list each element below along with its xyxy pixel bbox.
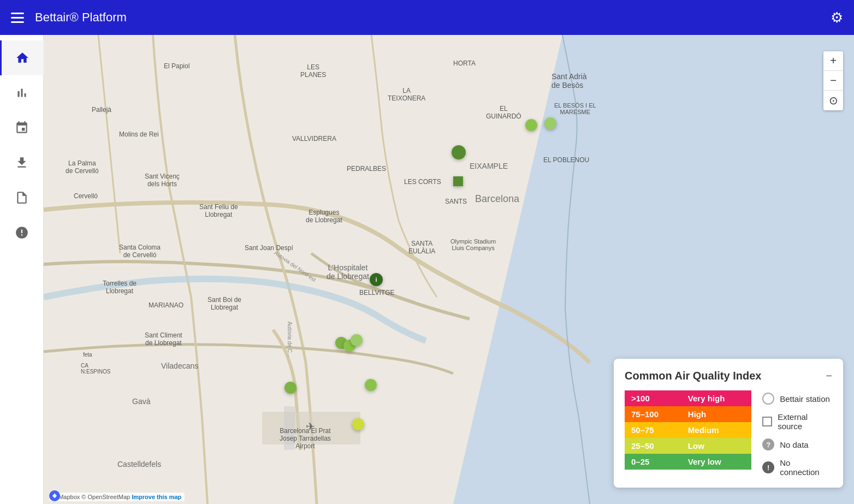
sensor-dot-8[interactable] bbox=[351, 334, 363, 346]
legend-range-high: 75–100 bbox=[625, 406, 681, 422]
no-data-icon: ? bbox=[762, 438, 774, 450]
improve-link[interactable]: Improve this map bbox=[132, 494, 181, 500]
external-square-icon bbox=[762, 417, 772, 426]
legend-label-low: Low bbox=[681, 438, 751, 454]
legend-no-data: ? No data bbox=[762, 438, 832, 450]
sensor-dot-5[interactable]: i bbox=[370, 273, 383, 286]
legend-range-very-low: 0–25 bbox=[625, 454, 681, 470]
legend-label-very-high: Very high bbox=[681, 390, 751, 406]
sidebar-item-compare[interactable] bbox=[0, 110, 44, 145]
bettair-circle-icon bbox=[762, 393, 774, 405]
legend-title: Common Air Quality Index bbox=[625, 370, 761, 382]
zoom-out-button[interactable]: − bbox=[823, 71, 843, 91]
bettair-station-label: Bettair station bbox=[780, 394, 830, 404]
legend-label-medium: Medium bbox=[681, 422, 751, 438]
airport-icon: ✈ bbox=[306, 420, 315, 433]
legend-label-high: High bbox=[681, 406, 751, 422]
external-source-label: External source bbox=[778, 412, 832, 431]
legend-table: >100 Very high 75–100 High 50–75 Medium … bbox=[625, 390, 751, 470]
legend-header: Common Air Quality Index − bbox=[625, 370, 832, 382]
map-controls: + − ⊙ bbox=[823, 51, 843, 110]
sensor-dot-11[interactable] bbox=[352, 418, 364, 430]
legend-range-medium: 50–75 bbox=[625, 422, 681, 438]
legend-range-very-high: >100 bbox=[625, 390, 681, 406]
osm-credit: © OpenStreetMap bbox=[81, 494, 130, 500]
legend-external-source: External source bbox=[762, 412, 832, 431]
header-left: Bettair® Platform bbox=[11, 10, 127, 25]
legend-range-low: 25–50 bbox=[625, 438, 681, 454]
sensor-dot-1[interactable] bbox=[525, 119, 537, 131]
mapbox-logo-icon bbox=[49, 490, 60, 501]
sensor-dot-10[interactable] bbox=[365, 379, 377, 391]
menu-icon[interactable] bbox=[11, 13, 24, 23]
no-data-label: No data bbox=[780, 440, 809, 449]
map-attribution: © Mapbox © OpenStreetMap Improve this ma… bbox=[49, 493, 185, 501]
legend-panel: Common Air Quality Index − >100 Very hig… bbox=[614, 359, 843, 488]
zoom-in-button[interactable]: + bbox=[823, 51, 843, 71]
sidebar bbox=[0, 35, 44, 504]
legend-row-very-low: 0–25 Very low bbox=[625, 454, 751, 470]
legend-row-low: 25–50 Low bbox=[625, 438, 751, 454]
no-connection-label: No connection bbox=[780, 458, 832, 477]
sidebar-item-home[interactable] bbox=[0, 40, 44, 75]
no-connection-icon: ! bbox=[762, 461, 774, 473]
svg-rect-4 bbox=[284, 406, 295, 450]
legend-row-medium: 50–75 Medium bbox=[625, 422, 751, 438]
legend-row-high: 75–100 High bbox=[625, 406, 751, 422]
sidebar-item-chart[interactable] bbox=[0, 75, 44, 110]
sensor-dot-9[interactable] bbox=[284, 382, 296, 394]
legend-minimize-button[interactable]: − bbox=[826, 370, 832, 382]
legend-icons: Bettair station External source ? No dat… bbox=[762, 390, 832, 477]
app-header: Bettair® Platform ⚙ bbox=[0, 0, 854, 35]
legend-row-very-high: >100 Very high bbox=[625, 390, 751, 406]
legend-bettair-station: Bettair station bbox=[762, 393, 832, 405]
sidebar-item-alert[interactable] bbox=[0, 215, 44, 250]
sensor-dot-2[interactable] bbox=[544, 117, 556, 129]
sensor-dot-3[interactable] bbox=[452, 145, 466, 159]
legend-no-connection: ! No connection bbox=[762, 458, 832, 477]
legend-label-very-low: Very low bbox=[681, 454, 751, 470]
reset-north-button[interactable]: ⊙ bbox=[823, 91, 843, 110]
sidebar-item-download[interactable] bbox=[0, 145, 44, 180]
sidebar-item-report[interactable] bbox=[0, 180, 44, 215]
mapbox-logo-area bbox=[49, 490, 60, 501]
sensor-square-4[interactable] bbox=[453, 176, 463, 186]
gear-icon[interactable]: ⚙ bbox=[831, 9, 843, 26]
map-container[interactable]: El Papiol LESPLANES HORTA Sant Adriàde B… bbox=[44, 35, 854, 504]
app-title: Bettair® Platform bbox=[35, 10, 127, 25]
